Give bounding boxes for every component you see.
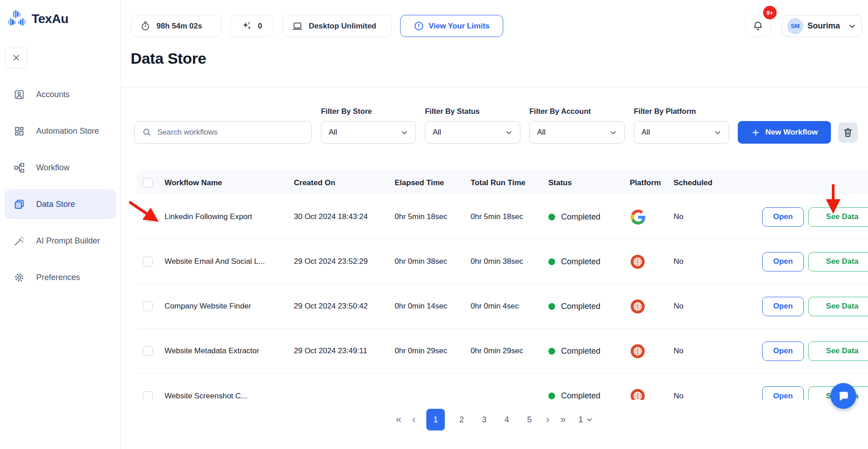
row-checkbox[interactable]	[143, 346, 153, 356]
filter-platform-dropdown[interactable]: All	[634, 121, 729, 144]
filter-status-dropdown[interactable]: All	[425, 121, 520, 144]
plan-pill[interactable]: Desktop Unlimited	[283, 15, 392, 37]
sidebar-collapse-button[interactable]	[5, 47, 27, 69]
avatar: SM	[788, 19, 803, 34]
user-name: Sourima	[807, 21, 840, 31]
open-button[interactable]: Open	[762, 252, 804, 271]
credits-pill[interactable]: 0	[230, 15, 274, 37]
sidebar-item-preferences[interactable]: Preferences	[5, 262, 116, 292]
workflow-name: Website Metadata Extractor	[165, 346, 294, 355]
notification-badge: 9+	[763, 6, 777, 19]
automation-store-icon	[14, 126, 25, 137]
platform-google-icon	[631, 210, 674, 224]
delete-button[interactable]	[838, 122, 858, 143]
next-page-button[interactable]: ›	[546, 415, 549, 425]
open-button[interactable]: Open	[762, 341, 804, 361]
sidebar-item-workflow[interactable]: Workflow	[5, 153, 116, 182]
open-button[interactable]: Open	[762, 207, 804, 227]
column-header-status: Status	[545, 178, 630, 187]
workflow-icon	[14, 162, 25, 173]
status-label: Completed	[561, 391, 600, 400]
column-header-created-on: Created On	[294, 178, 395, 187]
see-data-button[interactable]: See Data	[808, 252, 868, 271]
main-content: 98h 54m 02s 0 Desktop Unlimited View You…	[121, 0, 868, 449]
last-page-button[interactable]: »	[560, 415, 566, 425]
table-header-row: Workflow Name Created On Elapsed Time To…	[137, 171, 868, 195]
ai-wand-icon	[14, 235, 25, 247]
header-divider	[121, 87, 868, 88]
sidebar-item-data-store[interactable]: Data Store	[5, 189, 116, 219]
filter-by-status-label: Filter By Status	[425, 107, 480, 116]
gear-icon	[14, 272, 25, 283]
status-dot	[548, 303, 555, 310]
page-size-selector[interactable]: 1	[579, 415, 593, 425]
table-row: Website Email And Social L... 29 Oct 202…	[137, 239, 868, 284]
page-button-2[interactable]: 2	[456, 409, 467, 430]
plan-label: Desktop Unlimited	[309, 22, 376, 31]
chevron-down-icon	[714, 129, 722, 136]
filter-by-store-label: Filter By Store	[321, 107, 372, 116]
previous-page-button[interactable]: ‹	[412, 415, 415, 425]
laptop-icon	[292, 21, 303, 32]
platform-web-icon	[631, 299, 674, 313]
search-box	[134, 121, 311, 144]
chat-launcher-button[interactable]	[830, 383, 856, 409]
view-limits-button[interactable]: View Your Limits	[400, 15, 503, 37]
chevron-down-icon	[586, 416, 593, 423]
credits-value: 0	[258, 22, 262, 31]
chevron-down-icon	[505, 129, 513, 136]
new-workflow-label: New Workflow	[765, 128, 818, 137]
column-header-scheduled: Scheduled	[674, 178, 760, 187]
row-checkbox[interactable]	[143, 301, 153, 311]
filter-account-dropdown[interactable]: All	[529, 121, 625, 144]
workflow-name: Website Email And Social L...	[165, 257, 294, 266]
search-icon	[142, 127, 152, 137]
page-button-3[interactable]: 3	[478, 409, 490, 430]
filter-store-dropdown[interactable]: All	[321, 121, 416, 144]
page-button-5[interactable]: 5	[524, 409, 535, 430]
accounts-icon	[14, 89, 25, 100]
see-data-button[interactable]: See Data	[808, 297, 868, 316]
status-dot	[548, 214, 555, 220]
row-checkbox[interactable]	[143, 257, 153, 267]
row-checkbox[interactable]	[143, 391, 153, 400]
sidebar-item-automation-store[interactable]: Automation Store	[5, 116, 116, 146]
elapsed-time: 0hr 0min 29sec	[395, 346, 471, 355]
search-input[interactable]	[157, 128, 304, 137]
view-limits-label: View Your Limits	[429, 22, 490, 31]
created-on: 30 Oct 2024 18:43:24	[294, 212, 395, 221]
page-numbers: 12345	[426, 409, 535, 430]
table-row: Website Screenshot C... Completed No Ope…	[137, 374, 868, 400]
open-button[interactable]: Open	[762, 297, 804, 316]
sidebar-nav: Accounts Automation Store Workflow Data …	[5, 80, 116, 292]
sidebar-item-ai-prompt-builder[interactable]: AI Prompt Builder	[5, 226, 116, 256]
status-label: Completed	[561, 302, 600, 311]
scheduled-value: No	[674, 392, 760, 400]
platform-web-icon	[631, 255, 674, 269]
close-icon	[11, 53, 21, 63]
select-all-checkbox[interactable]	[143, 178, 153, 188]
workflow-name: Website Screenshot C...	[165, 392, 294, 400]
new-workflow-button[interactable]: New Workflow	[738, 121, 831, 144]
created-on: 29 Oct 2024 23:49:11	[294, 346, 395, 355]
chevron-down-icon	[609, 129, 617, 136]
see-data-button[interactable]: See Data	[808, 207, 868, 227]
data-store-icon	[14, 199, 25, 210]
row-checkbox[interactable]	[143, 212, 153, 222]
pagination: « ‹ 12345 › » 1	[121, 409, 868, 430]
brand-name: TexAu	[32, 12, 68, 26]
status-dot	[548, 393, 555, 399]
page-button-1[interactable]: 1	[426, 409, 445, 430]
time-remaining-pill[interactable]: 98h 54m 02s	[131, 15, 222, 37]
filter-status-value: All	[433, 128, 441, 137]
workflows-table: Workflow Name Created On Elapsed Time To…	[137, 171, 868, 400]
see-data-button[interactable]: See Data	[808, 341, 868, 361]
first-page-button[interactable]: «	[396, 415, 401, 425]
open-button[interactable]: Open	[762, 386, 804, 400]
user-menu[interactable]: SM Sourima	[782, 15, 862, 37]
app-logo: TexAu	[7, 10, 68, 28]
sidebar-item-accounts[interactable]: Accounts	[5, 80, 116, 109]
trash-icon	[843, 127, 853, 138]
total-run-time: 0hr 5min 18sec	[471, 212, 545, 221]
page-button-4[interactable]: 4	[501, 409, 513, 430]
